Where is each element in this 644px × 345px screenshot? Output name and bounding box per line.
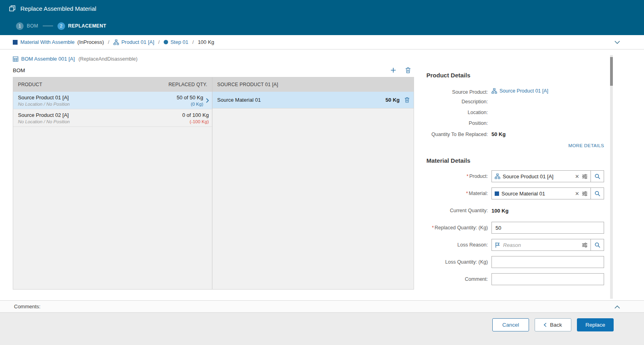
search-icon	[594, 173, 600, 179]
product-icon	[491, 88, 497, 94]
step-replacement[interactable]: 2 REPLACEMENT	[57, 22, 107, 30]
bom-assemble-link[interactable]: BOM Assemble 001 [A]	[21, 56, 75, 62]
product-icon	[495, 173, 500, 179]
table-row[interactable]: Source Material 01 50 Kg	[212, 92, 414, 108]
cancel-button[interactable]: Cancel	[492, 318, 529, 331]
row-product-name: Source Product 01 [A]	[18, 95, 70, 101]
current-quantity-label: Current Quantity:	[426, 208, 488, 213]
delete-material-button[interactable]	[405, 67, 411, 73]
breadcrumb-step-link[interactable]: Step 01	[164, 39, 188, 45]
more-details-link[interactable]: MORE DETAILS	[568, 143, 604, 148]
required-marker: *	[467, 173, 469, 179]
loss-quantity-label: Loss Quantity: (Kg)	[426, 259, 488, 265]
material-combo-value: Source Material 01	[501, 191, 573, 197]
main-content: BOM Assemble 001 [A] (ReplaceAndDisassem…	[0, 49, 644, 300]
options-sliders-icon[interactable]	[582, 191, 588, 197]
product-table-header: PRODUCT REPLACED QTY.	[13, 77, 212, 92]
replaced-quantity-label: *Replaced Quantity: (Kg)	[426, 225, 488, 231]
comment-label: Comment:	[426, 276, 488, 282]
flag-icon	[495, 242, 501, 248]
column-replaced-qty: REPLACED QTY.	[168, 82, 207, 87]
detail-label: Location:	[426, 110, 488, 115]
material-status: (InProcess)	[77, 39, 104, 45]
footer-actions: Cancel Back Replace	[0, 313, 644, 345]
page-title: Replace Assembled Material	[20, 5, 96, 12]
table-row[interactable]: Source Product 02 [A] No Location / No P…	[13, 109, 212, 127]
product-table: PRODUCT REPLACED QTY. Source Product 01 …	[13, 77, 212, 289]
bom-section: BOM Assemble 001 [A] (ReplaceAndDisassem…	[0, 49, 414, 300]
bom-label: BOM	[13, 67, 25, 73]
table-empty-area	[212, 108, 414, 289]
expand-comments-chevron-up-icon[interactable]	[614, 306, 620, 309]
breadcrumb-product-link[interactable]: Product 01 [A]	[113, 39, 154, 45]
column-product: PRODUCT	[18, 82, 42, 87]
clear-icon[interactable]: ✕	[575, 191, 579, 196]
step-connector	[43, 26, 53, 26]
required-marker: *	[466, 191, 468, 196]
table-row[interactable]: Source Product 01 [A] No Location / No P…	[13, 92, 212, 109]
current-quantity-value: 100 Kg	[491, 208, 509, 214]
row-material-name: Source Material 01	[217, 97, 261, 103]
bom-grid-icon	[13, 56, 18, 62]
material-combo[interactable]: Source Material 01 ✕	[491, 187, 591, 199]
back-button[interactable]: Back	[535, 318, 571, 331]
replace-material-app-icon	[9, 5, 16, 12]
comment-input[interactable]	[491, 273, 604, 285]
options-sliders-icon[interactable]	[582, 242, 588, 248]
row-material-qty: 50 Kg	[386, 97, 400, 103]
comments-bar: Comments:	[0, 300, 644, 313]
table-empty-area	[13, 127, 212, 289]
row-replaced-qty: 0 of 100 Kg	[182, 112, 209, 118]
trash-icon	[405, 67, 411, 73]
replace-button[interactable]: Replace	[577, 318, 614, 331]
step-2-label: REPLACEMENT	[68, 23, 107, 29]
wizard-stepper: 1 BOM 2 REPLACEMENT	[0, 17, 644, 35]
scrollbar-thumb[interactable]	[610, 57, 613, 86]
step-bom[interactable]: 1 BOM	[16, 22, 38, 30]
add-material-button[interactable]	[390, 67, 396, 73]
bom-tables: PRODUCT REPLACED QTY. Source Product 01 …	[13, 77, 414, 290]
plus-icon	[390, 67, 396, 73]
vertical-scrollbar[interactable]	[610, 55, 613, 299]
delete-row-button[interactable]	[404, 97, 410, 103]
loss-reason-label: Loss Reason:	[426, 242, 488, 248]
clear-icon[interactable]: ✕	[575, 174, 579, 179]
source-material-table-header: SOURCE PRODUCT 01 [A]	[212, 77, 414, 92]
loss-reason-search-button[interactable]	[591, 239, 604, 251]
material-search-button[interactable]	[591, 187, 604, 199]
chevron-left-icon	[544, 323, 547, 327]
trash-icon	[404, 97, 410, 103]
material-icon	[13, 40, 18, 45]
detail-label: Position:	[426, 120, 488, 126]
replaced-quantity-input[interactable]	[491, 222, 604, 234]
breadcrumb-separator: /	[108, 39, 109, 45]
required-marker: *	[432, 225, 434, 231]
collapse-breadcrumb-chevron-down-icon[interactable]	[614, 41, 620, 44]
chevron-right-icon[interactable]	[206, 98, 209, 103]
breadcrumb-quantity: 100 Kg	[198, 39, 214, 45]
detail-label: Source Product:	[426, 89, 488, 95]
material-icon	[495, 191, 499, 196]
search-icon	[594, 242, 600, 248]
bom-mode: (ReplaceAndDisassemble)	[78, 56, 137, 62]
breadcrumb-separator: /	[158, 39, 160, 45]
loss-quantity-input[interactable]	[491, 256, 604, 268]
product-search-button[interactable]	[591, 170, 604, 182]
breadcrumb-separator: /	[192, 39, 194, 45]
detail-label: Quantity To Be Replaced:	[426, 132, 488, 137]
product-combo[interactable]: Source Product 01 [A] ✕	[491, 170, 591, 182]
options-sliders-icon[interactable]	[582, 173, 588, 179]
row-replaced-qty: 50 of 50 Kg	[177, 95, 204, 101]
step-1-label: BOM	[27, 23, 38, 29]
step-1-circle: 1	[16, 22, 24, 30]
column-source-product: SOURCE PRODUCT 01 [A]	[217, 82, 278, 87]
loss-reason-combo[interactable]	[491, 239, 591, 251]
product-details-title: Product Details	[426, 72, 604, 79]
title-bar: Replace Assembled Material	[0, 0, 644, 17]
breadcrumb-material-link[interactable]: Material With Assemble	[20, 39, 75, 45]
row-location: No Location / No Position	[18, 119, 70, 124]
step-icon	[164, 40, 168, 44]
loss-reason-input[interactable]	[503, 242, 579, 248]
source-material-table: SOURCE PRODUCT 01 [A] Source Material 01…	[212, 77, 414, 289]
source-product-link[interactable]: Source Product 01 [A]	[491, 88, 548, 94]
